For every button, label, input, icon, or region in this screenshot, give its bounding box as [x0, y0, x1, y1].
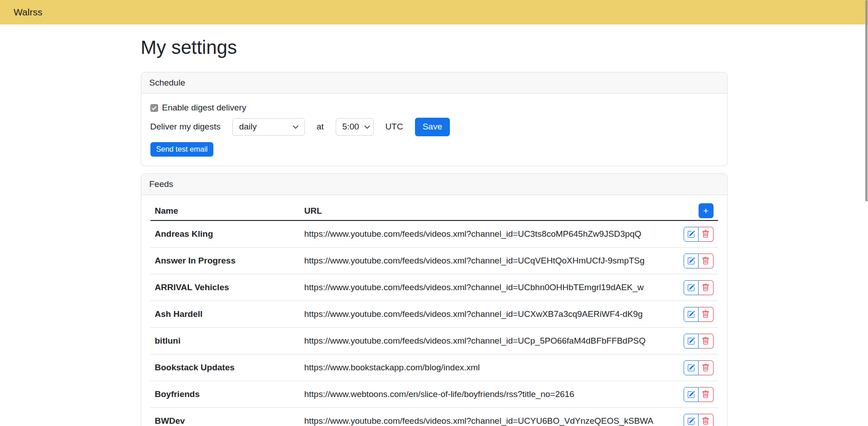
- edit-feed-button[interactable]: [684, 387, 699, 402]
- frequency-select[interactable]: daily: [232, 118, 305, 136]
- pencil-square-icon: [687, 364, 695, 372]
- delete-feed-button[interactable]: [699, 254, 714, 268]
- delete-feed-button[interactable]: [699, 280, 714, 295]
- schedule-card-body: Enable digest delivery Deliver my digest…: [141, 94, 727, 165]
- navbar: Walrss: [0, 0, 868, 24]
- feed-name: bitluni: [150, 328, 300, 354]
- edit-feed-button[interactable]: [684, 227, 699, 242]
- feed-row: Answer In Progress https://www.youtube.c…: [150, 248, 718, 274]
- send-test-email-button[interactable]: Send test email: [150, 142, 214, 157]
- feed-actions: [684, 254, 714, 268]
- trash-icon: [702, 391, 709, 398]
- feed-url: https://www.youtube.com/feeds/videos.xml…: [300, 408, 673, 426]
- main-container: My settings Schedule Enable digest deliv…: [141, 34, 728, 426]
- enable-digest-checkbox[interactable]: [150, 104, 158, 112]
- feeds-card: Feeds Name URL + Andreas Kling h: [141, 173, 728, 426]
- trash-icon: [702, 364, 709, 372]
- feed-name: Answer In Progress: [150, 248, 300, 274]
- feed-url: https://www.youtube.com/feeds/videos.xml…: [300, 328, 673, 354]
- delete-feed-button[interactable]: [699, 227, 714, 242]
- pencil-square-icon: [687, 337, 695, 345]
- app-brand[interactable]: Walrss: [14, 5, 42, 19]
- trash-icon: [702, 311, 709, 318]
- chevron-down-icon: [292, 124, 299, 130]
- pencil-square-icon: [687, 230, 695, 238]
- check-icon: [151, 105, 157, 111]
- feed-url: https://www.youtube.com/feeds/videos.xml…: [300, 248, 673, 274]
- feed-name: Bookstack Updates: [150, 354, 300, 381]
- trash-icon: [702, 230, 709, 238]
- delivery-settings-row: Deliver my digests daily at 5:00 UTC Sav…: [150, 118, 718, 136]
- edit-feed-button[interactable]: [684, 334, 699, 349]
- chevron-down-icon: [364, 124, 371, 130]
- page-title: My settings: [141, 34, 728, 61]
- feed-name: ARRIVAL Vehicles: [150, 274, 300, 301]
- pencil-square-icon: [687, 417, 695, 425]
- enable-digest-row: Enable digest delivery: [150, 102, 718, 114]
- feeds-table-header-row: Name URL +: [150, 201, 718, 220]
- feeds-table: Name URL + Andreas Kling https://www.you…: [150, 201, 718, 426]
- delete-feed-button[interactable]: [699, 414, 714, 426]
- column-header-url: URL: [300, 201, 673, 220]
- time-selected-value: 5:00: [342, 121, 359, 133]
- edit-feed-button[interactable]: [684, 360, 699, 375]
- pencil-square-icon: [687, 284, 695, 292]
- feed-row: Andreas Kling https://www.youtube.com/fe…: [150, 220, 718, 248]
- delete-feed-button[interactable]: [699, 334, 714, 349]
- schedule-card-header: Schedule: [141, 72, 727, 94]
- edit-feed-button[interactable]: [684, 280, 699, 295]
- feed-row: Boyfriends https://www.webtoons.com/en/s…: [150, 381, 718, 408]
- deliver-label: Deliver my digests: [150, 121, 221, 133]
- feed-name: Andreas Kling: [150, 220, 300, 248]
- save-button[interactable]: Save: [415, 118, 450, 136]
- feeds-card-header: Feeds: [141, 174, 727, 196]
- column-header-actions: +: [673, 201, 718, 220]
- plus-icon: +: [703, 206, 709, 215]
- column-header-name: Name: [150, 201, 300, 220]
- feed-actions: [684, 227, 714, 242]
- delete-feed-button[interactable]: [699, 360, 714, 375]
- feed-actions: [684, 414, 714, 426]
- feed-actions: [684, 360, 714, 375]
- feed-url: https://www.youtube.com/feeds/videos.xml…: [300, 274, 673, 301]
- feed-name: BWDev: [150, 408, 300, 426]
- feed-row: BWDev https://www.youtube.com/feeds/vide…: [150, 408, 718, 426]
- trash-icon: [702, 417, 709, 425]
- at-label: at: [317, 121, 324, 133]
- feed-url: https://www.webtoons.com/en/slice-of-lif…: [300, 381, 673, 408]
- time-select[interactable]: 5:00: [336, 118, 374, 136]
- enable-digest-label: Enable digest delivery: [162, 102, 246, 114]
- feed-actions: [684, 307, 714, 322]
- trash-icon: [702, 284, 709, 292]
- feed-row: ARRIVAL Vehicles https://www.youtube.com…: [150, 274, 718, 301]
- feed-actions: [684, 387, 714, 402]
- feed-url: https://www.youtube.com/feeds/videos.xml…: [300, 301, 673, 328]
- edit-feed-button[interactable]: [684, 254, 699, 268]
- feed-actions: [684, 280, 714, 295]
- feed-row: bitluni https://www.youtube.com/feeds/vi…: [150, 328, 718, 354]
- pencil-square-icon: [687, 257, 695, 265]
- delete-feed-button[interactable]: [699, 387, 714, 402]
- pencil-square-icon: [687, 391, 695, 398]
- window-scrollbar-track: [865, 0, 868, 426]
- feed-row: Bookstack Updates https://www.bookstacka…: [150, 354, 718, 381]
- feed-url: https://www.bookstackapp.com/blog/index.…: [300, 354, 673, 381]
- frequency-selected-value: daily: [239, 121, 257, 133]
- window-scrollbar-thumb[interactable]: [865, 0, 868, 201]
- timezone-label: UTC: [386, 121, 403, 133]
- pencil-square-icon: [687, 311, 695, 318]
- feed-name: Ash Hardell: [150, 301, 300, 328]
- trash-icon: [702, 257, 709, 265]
- delete-feed-button[interactable]: [699, 307, 714, 322]
- feeds-card-body: Name URL + Andreas Kling https://www.you…: [141, 195, 727, 426]
- edit-feed-button[interactable]: [684, 307, 699, 322]
- feed-actions: [684, 334, 714, 349]
- feed-row: Ash Hardell https://www.youtube.com/feed…: [150, 301, 718, 328]
- feeds-table-body: Andreas Kling https://www.youtube.com/fe…: [150, 220, 718, 426]
- feed-name: Boyfriends: [150, 381, 300, 408]
- edit-feed-button[interactable]: [684, 414, 699, 426]
- trash-icon: [702, 337, 709, 345]
- schedule-card: Schedule Enable digest delivery Deliver …: [141, 72, 728, 166]
- feed-url: https://www.youtube.com/feeds/videos.xml…: [300, 220, 673, 248]
- add-feed-button[interactable]: +: [699, 203, 714, 218]
